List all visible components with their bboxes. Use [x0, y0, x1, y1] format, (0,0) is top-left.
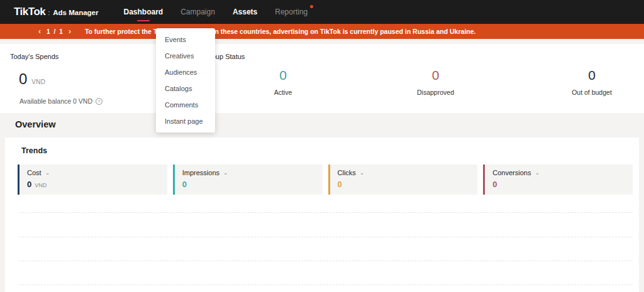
metric-clicks-value: 0 — [338, 180, 470, 189]
status-active-count: 0 — [245, 68, 321, 83]
metric-cost-selector[interactable]: Cost ⌄ — [27, 169, 160, 176]
tab-dashboard[interactable]: Dashboard — [115, 0, 172, 24]
metric-conversions-label: Conversions — [492, 169, 531, 176]
metric-conversions-value: 0 — [492, 180, 625, 189]
nav-tabs: Dashboard Campaign Assets Reporting — [115, 0, 317, 24]
tab-dashboard-label: Dashboard — [124, 8, 164, 16]
pager-prev-icon[interactable]: ‹ — [35, 28, 45, 35]
metric-cost-unit: VND — [35, 182, 47, 188]
overview-heading: Overview — [15, 119, 56, 129]
status-out-of-budget: 0 Out of budget — [552, 68, 631, 96]
metric-conversions-number: 0 — [492, 180, 497, 189]
metric-card-clicks[interactable]: Clicks ⌄ 0 — [328, 165, 478, 195]
metric-cost-number: 0 — [27, 180, 31, 189]
logo-subtitle: Ads Manager — [53, 9, 98, 16]
chart-gridline — [19, 237, 633, 237]
metric-cost-value: 0 VND — [27, 180, 160, 189]
pager-separator: / — [52, 28, 58, 35]
metric-cost-label: Cost — [27, 169, 42, 176]
banner-pager: ‹ 1 / 1 › — [35, 28, 75, 35]
tab-campaign[interactable]: Campaign — [172, 0, 224, 24]
stats-section: Today's Spends 0 VND Available balance 0… — [0, 44, 644, 113]
status-disapproved-label: Disapproved — [396, 89, 475, 96]
status-active-label: Active — [245, 89, 321, 96]
pager-total-pages: 1 — [57, 28, 65, 35]
menu-item-events[interactable]: Events — [156, 31, 215, 48]
tiktok-ads-manager-logo[interactable]: TikTok : Ads Manager — [14, 6, 99, 18]
notification-dot-icon — [310, 5, 313, 8]
spend-amount: 0 — [19, 70, 27, 88]
status-out-of-budget-count: 0 — [552, 68, 631, 83]
tab-reporting-label: Reporting — [275, 8, 308, 16]
metric-clicks-selector[interactable]: Clicks ⌄ — [338, 169, 470, 176]
tab-assets-label: Assets — [233, 8, 257, 16]
trends-heading: Trends — [21, 146, 47, 155]
chevron-down-icon: ⌄ — [45, 170, 50, 176]
chart-gridline — [19, 284, 633, 285]
metric-impressions-value: 0 — [182, 180, 315, 189]
available-balance: Available balance 0 VND ? — [19, 97, 103, 105]
metric-clicks-label: Clicks — [338, 169, 356, 176]
pager-current-page: 1 — [45, 28, 52, 35]
menu-item-catalogs[interactable]: Catalogs — [156, 80, 215, 97]
metric-card-conversions[interactable]: Conversions ⌄ 0 — [483, 165, 633, 195]
top-nav: TikTok : Ads Manager Dashboard Campaign … — [0, 0, 644, 24]
chevron-down-icon: ⌄ — [535, 170, 540, 176]
menu-item-audiences[interactable]: Audiences — [156, 64, 215, 80]
menu-item-instant-page[interactable]: Instant page — [156, 113, 215, 129]
metric-clicks-number: 0 — [338, 180, 342, 189]
menu-item-creatives[interactable]: Creatives — [156, 48, 215, 64]
metric-card-cost[interactable]: Cost ⌄ 0 VND — [18, 165, 167, 195]
status-out-of-budget-label: Out of budget — [552, 89, 631, 96]
metric-conversions-selector[interactable]: Conversions ⌄ — [492, 169, 625, 176]
help-icon[interactable]: ? — [96, 98, 103, 105]
status-disapproved: 0 Disapproved — [396, 68, 475, 96]
metric-impressions-label: Impressions — [182, 169, 219, 176]
warning-banner: ‹ 1 / 1 › To further protect the TikTok … — [0, 24, 644, 39]
metric-card-impressions[interactable]: Impressions ⌄ 0 — [173, 165, 323, 195]
chevron-down-icon: ⌄ — [223, 170, 228, 176]
logo-separator: : — [48, 9, 50, 16]
banner-message: To further protect the TikTok community … — [85, 28, 476, 35]
chart-gridline — [19, 261, 633, 261]
status-disapproved-count: 0 — [396, 68, 475, 83]
menu-item-comments[interactable]: Comments — [156, 97, 215, 113]
tab-campaign-label: Campaign — [180, 8, 215, 16]
metric-impressions-selector[interactable]: Impressions ⌄ — [182, 169, 315, 176]
chevron-down-icon: ⌄ — [360, 170, 365, 176]
metric-cards-row: Cost ⌄ 0 VND Impressions ⌄ 0 Clicks ⌄ — [18, 165, 633, 195]
status-active: 0 Active — [245, 68, 321, 96]
logo-text: TikTok — [14, 6, 45, 18]
chart-gridline — [19, 212, 633, 213]
todays-spends-value: 0 VND — [19, 70, 45, 88]
assets-dropdown-menu: Events Creatives Audiences Catalogs Comm… — [156, 28, 215, 132]
todays-spends-title: Today's Spends — [10, 53, 58, 60]
spend-currency: VND — [31, 78, 45, 85]
tab-reporting[interactable]: Reporting — [266, 0, 316, 24]
trends-card: Trends Cost ⌄ 0 VND Impressions ⌄ 0 Clic… — [5, 138, 639, 292]
tab-assets[interactable]: Assets — [224, 0, 266, 24]
active-tab-underline — [137, 20, 150, 21]
available-balance-text: Available balance 0 VND — [19, 97, 92, 105]
pager-next-icon[interactable]: › — [65, 28, 75, 35]
metric-impressions-number: 0 — [182, 180, 187, 189]
